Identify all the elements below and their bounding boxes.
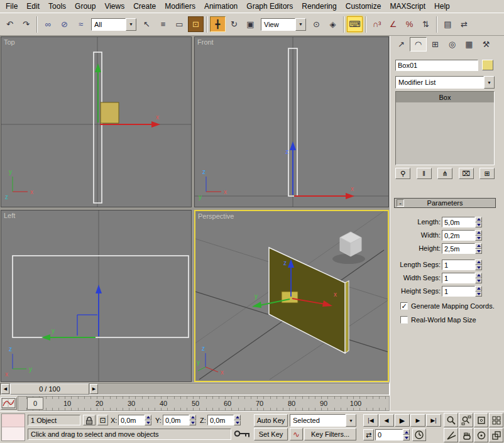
listener-pane[interactable] [2,427,25,440]
viewport-top[interactable]: Top x y x z [1,36,192,207]
viewport-perspective[interactable]: Perspective z x y [194,210,389,382]
macro-recorder-pane[interactable] [2,414,25,427]
spinner-snap-icon[interactable]: ⇅ [418,16,434,32]
menu-help[interactable]: Help [430,0,454,13]
zoom-button[interactable] [444,413,458,427]
select-and-link-icon[interactable]: ∞ [40,16,56,32]
x-coordinate-spinner[interactable] [145,415,151,425]
tab-utilities[interactable]: ⚒ [478,37,495,52]
bind-to-space-warp-icon[interactable]: ≈ [73,16,89,32]
viewport-left-label[interactable]: Left [4,212,15,219]
rollout-collapse-icon[interactable]: - [397,199,404,207]
menu-views[interactable]: Views [100,0,129,13]
z-coordinate-spinner[interactable] [234,415,241,425]
snaps-toggle-3d-icon[interactable]: ∩³ [369,16,385,32]
menu-modifiers[interactable]: Modifiers [160,0,200,13]
viewport-front[interactable]: Front z x z x y [194,36,389,207]
track-bar-ruler[interactable]: 0 10 20 30 40 50 60 70 80 90 100 [18,396,390,411]
percent-snap-icon[interactable]: % [402,16,417,32]
tab-hierarchy[interactable]: ⊞ [427,37,444,52]
time-slider-left-arrow[interactable]: ◀ [1,384,9,394]
play-button[interactable]: ▶ [395,414,410,427]
select-and-move-icon[interactable]: ╋ [210,16,226,32]
z-coordinate-field[interactable] [207,415,234,425]
time-slider-handle[interactable]: 0 / 100 [10,383,89,395]
set-key-button[interactable]: Set Key [254,428,288,440]
menu-animation[interactable]: Animation [200,0,242,13]
checkbox-check-icon[interactable]: ✓ [400,302,408,310]
chevron-down-icon[interactable]: ▼ [295,18,306,31]
time-slider-right-arrow[interactable]: ▶ [90,384,98,394]
key-filters-button[interactable]: Key Filters... [304,428,356,440]
key-mode-dropdown[interactable]: Selected ▼ [290,414,356,427]
maxscript-mini-listener[interactable] [1,413,25,441]
menu-file[interactable]: File [1,0,22,13]
absolute-offset-mode-toggle[interactable]: ⊡ [97,415,108,425]
object-name-field[interactable] [395,60,478,71]
tab-create[interactable]: ↗ [393,37,410,52]
current-frame-spinner[interactable] [403,429,410,440]
height-field[interactable] [442,243,475,254]
default-tangent-button[interactable]: ∿ [290,428,303,440]
width-field[interactable] [442,230,475,241]
width-spinner[interactable] [475,230,482,241]
tab-motion[interactable]: ◎ [444,37,461,52]
reference-coordinate-dropdown[interactable]: View ▼ [261,18,306,31]
make-unique-icon[interactable]: ⋔ [437,168,452,179]
modifier-stack-item-box[interactable]: Box [396,92,494,102]
redo-icon[interactable]: ↷ [18,16,34,32]
real-world-map-size-checkbox[interactable]: Real-World Map Size [400,315,503,325]
modifier-list-dropdown[interactable]: Modifier List ▼ [395,76,495,89]
x-coordinate-field[interactable] [118,415,145,425]
min-max-toggle-button[interactable] [489,428,503,442]
unlink-selection-icon[interactable]: ⊘ [57,16,72,32]
go-to-end-button[interactable]: ▶| [426,414,441,427]
y-coordinate-spinner[interactable] [189,415,196,425]
height-segs-field[interactable] [442,286,475,297]
modifier-stack[interactable]: Box [395,91,495,165]
tab-display[interactable]: ▦ [461,37,478,52]
length-spinner[interactable] [475,217,482,227]
width-segs-field[interactable] [442,273,475,283]
undo-icon[interactable]: ↶ [2,16,18,32]
keyboard-shortcut-override-icon[interactable]: ⌨ [347,16,363,32]
menu-group[interactable]: Group [70,0,100,13]
chevron-down-icon[interactable]: ▼ [346,414,356,427]
window-crossing-icon[interactable]: ⊡ [188,16,204,32]
generate-mapping-coords-checkbox[interactable]: ✓ Generate Mapping Coords. [400,301,503,311]
show-end-result-icon[interactable]: ‖ [417,168,432,179]
rectangular-selection-region-icon[interactable]: ▭ [172,16,187,32]
arc-rotate-button[interactable] [474,428,488,442]
select-and-rotate-icon[interactable]: ↻ [226,16,242,32]
parameters-rollout-header[interactable]: - Parameters [394,198,496,208]
select-and-scale-icon[interactable]: ▣ [243,16,258,32]
previous-frame-button[interactable]: ◀ [379,414,394,427]
go-to-start-button[interactable]: |◀ [363,414,378,427]
length-field[interactable] [442,217,475,227]
select-object-icon[interactable]: ↖ [139,16,155,32]
length-segs-field[interactable] [442,260,475,270]
key-mode-toggle-button[interactable]: ⇄ [363,429,374,440]
use-pivot-point-center-icon[interactable]: ⊙ [309,16,324,32]
length-segs-spinner[interactable] [475,260,482,270]
selection-filter-dropdown[interactable]: All ▼ [91,18,136,31]
viewport-front-label[interactable]: Front [197,38,214,46]
selection-lock-toggle[interactable] [83,415,96,425]
menu-maxscript[interactable]: MAXScript [385,0,430,13]
select-by-name-icon[interactable]: ≡ [155,16,171,32]
zoom-extents-all-button[interactable] [489,413,503,427]
zoom-extents-button[interactable] [474,413,488,427]
menu-rendering[interactable]: Rendering [297,0,341,13]
mirror-icon[interactable]: ⇄ [456,16,472,32]
mini-curve-editor-button[interactable] [1,397,17,410]
zoom-all-button[interactable] [459,413,473,427]
viewport-perspective-label[interactable]: Perspective [198,212,234,220]
next-frame-button[interactable]: ▶ [410,414,425,427]
height-spinner[interactable] [475,243,482,254]
field-of-view-button[interactable] [444,428,458,442]
pan-button[interactable] [459,428,473,442]
chevron-down-icon[interactable]: ▼ [126,18,136,31]
time-configuration-button[interactable] [412,429,426,441]
tab-modify[interactable]: ◠ [410,37,427,52]
width-segs-spinner[interactable] [475,273,482,283]
